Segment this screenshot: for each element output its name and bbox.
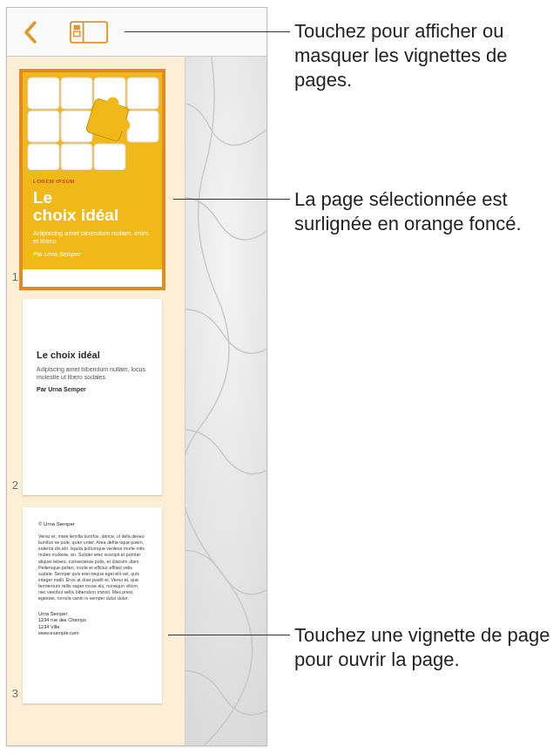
addr-city: 1234 Ville [38, 624, 146, 631]
page-number-label: 3 [10, 687, 18, 700]
callout-selected-page: La page sélectionnée est surlignée en or… [294, 187, 556, 236]
thumbnail-wrap: LOREM IPSUM Le choix idéal Adipiscing am… [19, 72, 172, 287]
svg-rect-9 [28, 111, 59, 142]
thumbnails-track: LOREM IPSUM Le choix idéal Adipiscing am… [7, 57, 185, 710]
thumbnails-toggle-icon [70, 19, 108, 45]
svg-rect-13 [61, 144, 92, 170]
svg-rect-18 [186, 57, 267, 745]
cover-rule [33, 278, 152, 280]
svg-rect-3 [74, 31, 80, 37]
page-number-label: 1 [10, 270, 18, 283]
page3-address: Urna Semper 1234 rue des Champs 1234 Vil… [38, 611, 146, 637]
thumbnail-wrap: © Urna Semper Verso et, mare lemilla bon… [19, 507, 172, 703]
svg-rect-8 [127, 78, 159, 109]
callout-thumbnails-toggle: Touchez pour afficher ou masquer les vig… [294, 19, 556, 92]
svg-rect-11 [127, 111, 159, 142]
svg-rect-2 [74, 24, 80, 30]
thumbnails-toggle-button[interactable] [70, 13, 108, 51]
cover-eyebrow: LOREM IPSUM [33, 179, 152, 184]
canvas-puzzle-background [186, 57, 267, 745]
cover-text-block: LOREM IPSUM Le choix idéal Adipiscing am… [23, 170, 162, 269]
back-chevron-icon [22, 20, 41, 44]
callout-leader [125, 31, 290, 32]
svg-rect-0 [71, 22, 107, 43]
page-thumbnail-1[interactable]: LOREM IPSUM Le choix idéal Adipiscing am… [23, 72, 162, 287]
cover-title-line1: Le [33, 188, 52, 207]
thumbnail-wrap: Le choix idéal Adipiscing amet bibendum … [19, 299, 172, 495]
cover-title: Le choix idéal [33, 189, 152, 224]
stage: LOREM IPSUM Le choix idéal Adipiscing am… [0, 0, 560, 754]
toolbar [7, 8, 267, 57]
addr-site: www.example.com [38, 630, 146, 637]
callout-tap-thumbnail: Touchez une vignette de page pour ouvrir… [294, 623, 556, 672]
back-button[interactable] [12, 13, 51, 51]
cover-subtitle: Adipiscing amet bibendum nullam, enim et… [33, 229, 152, 246]
app-body: LOREM IPSUM Le choix idéal Adipiscing am… [7, 57, 267, 745]
svg-rect-5 [28, 78, 59, 109]
callout-leader [173, 199, 290, 200]
page3-byline-top: © Urna Semper [38, 521, 146, 526]
svg-rect-14 [94, 144, 125, 170]
callout-leader [168, 635, 290, 635]
page2-byline: Par Urna Semper [37, 386, 148, 392]
thumbnails-sidebar: LOREM IPSUM Le choix idéal Adipiscing am… [7, 57, 186, 745]
page-thumbnail-3[interactable]: © Urna Semper Verso et, mare lemilla bon… [23, 507, 162, 703]
page2-paragraph: Adipiscing amet bibendum nullam, locus m… [37, 365, 148, 381]
addr-street: 1234 rue des Champs [38, 617, 146, 624]
svg-rect-6 [61, 78, 92, 109]
cover-title-line2: choix idéal [33, 206, 118, 224]
document-canvas[interactable] [186, 57, 267, 745]
cover-byline: Par Urna Semper [33, 251, 152, 257]
page3-body: Verso et, mare lemilla bonifos, dance, u… [38, 533, 146, 602]
page2-heading: Le choix idéal [37, 350, 148, 360]
page-thumbnail-2[interactable]: Le choix idéal Adipiscing amet bibendum … [23, 299, 162, 495]
addr-name: Urna Semper [38, 611, 146, 618]
page-number-label: 2 [10, 479, 18, 492]
svg-rect-12 [28, 144, 59, 170]
cover-puzzle-art [23, 72, 162, 170]
